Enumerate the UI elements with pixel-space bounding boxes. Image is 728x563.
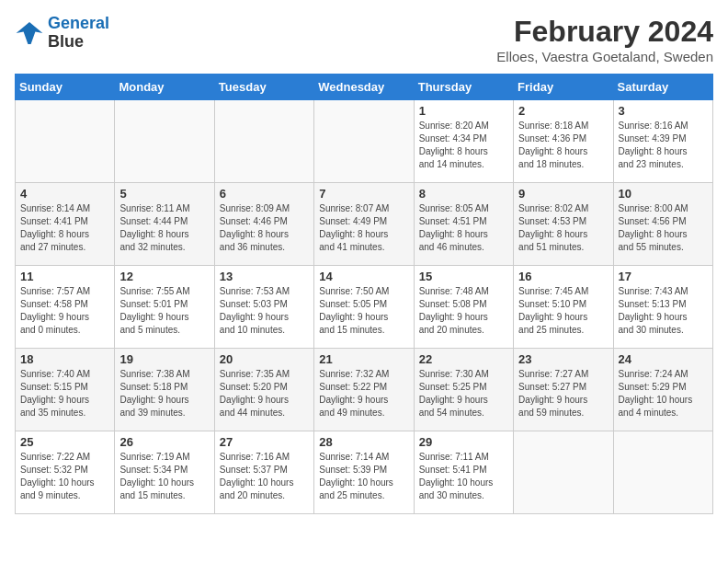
day-number: 13 (220, 270, 309, 283)
day-number: 8 (419, 187, 508, 201)
day-number: 23 (518, 352, 608, 366)
calendar-cell: 2Sunrise: 8:18 AM Sunset: 4:36 PM Daylig… (514, 100, 613, 183)
calendar-cell: 22Sunrise: 7:30 AM Sunset: 5:25 PM Dayli… (414, 349, 513, 431)
weekday-header-thursday: Thursday (414, 75, 513, 100)
calendar-week-3: 11Sunrise: 7:57 AM Sunset: 4:58 PM Dayli… (16, 266, 713, 349)
weekday-header-sunday: Sunday (16, 75, 115, 100)
day-number: 27 (220, 435, 309, 449)
title-block: February 2024 Elloes, Vaestra Goetaland,… (496, 15, 713, 64)
logo-text: GeneralBlue (48, 15, 109, 52)
day-info: Sunrise: 8:02 AM Sunset: 4:53 PM Dayligh… (518, 202, 608, 254)
calendar-cell: 11Sunrise: 7:57 AM Sunset: 4:58 PM Dayli… (16, 266, 115, 349)
day-info: Sunrise: 8:00 AM Sunset: 4:56 PM Dayligh… (619, 202, 708, 254)
day-info: Sunrise: 8:11 AM Sunset: 4:44 PM Dayligh… (119, 202, 209, 254)
calendar-header: SundayMondayTuesdayWednesdayThursdayFrid… (16, 75, 713, 100)
day-number: 2 (518, 104, 608, 118)
page-header: GeneralBlue February 2024 Elloes, Vaestr… (15, 15, 713, 64)
day-info: Sunrise: 7:19 AM Sunset: 5:34 PM Dayligh… (119, 451, 209, 502)
day-info: Sunrise: 8:07 AM Sunset: 4:49 PM Dayligh… (319, 202, 408, 254)
day-info: Sunrise: 8:09 AM Sunset: 4:46 PM Dayligh… (220, 202, 309, 254)
calendar-cell: 26Sunrise: 7:19 AM Sunset: 5:34 PM Dayli… (115, 431, 214, 514)
day-info: Sunrise: 7:48 AM Sunset: 5:08 PM Dayligh… (419, 285, 508, 337)
location-subtitle: Elloes, Vaestra Goetaland, Sweden (496, 49, 713, 64)
day-info: Sunrise: 7:50 AM Sunset: 5:05 PM Dayligh… (319, 285, 408, 337)
weekday-header-monday: Monday (115, 75, 214, 100)
day-info: Sunrise: 7:24 AM Sunset: 5:29 PM Dayligh… (619, 368, 708, 419)
calendar-cell (514, 431, 613, 514)
calendar-cell: 7Sunrise: 8:07 AM Sunset: 4:49 PM Daylig… (314, 183, 414, 266)
day-number: 16 (518, 270, 608, 283)
day-number: 19 (119, 352, 209, 366)
calendar-cell: 9Sunrise: 8:02 AM Sunset: 4:53 PM Daylig… (514, 183, 613, 266)
day-info: Sunrise: 7:27 AM Sunset: 5:27 PM Dayligh… (518, 368, 608, 419)
day-info: Sunrise: 8:05 AM Sunset: 4:51 PM Dayligh… (419, 202, 508, 254)
day-info: Sunrise: 8:18 AM Sunset: 4:36 PM Dayligh… (518, 120, 608, 171)
day-number: 12 (119, 270, 209, 283)
month-title: February 2024 (496, 15, 713, 49)
day-number: 1 (419, 104, 508, 118)
day-info: Sunrise: 7:35 AM Sunset: 5:20 PM Dayligh… (220, 368, 309, 419)
day-info: Sunrise: 7:38 AM Sunset: 5:18 PM Dayligh… (119, 368, 209, 419)
calendar-cell (214, 100, 313, 183)
weekday-header-saturday: Saturday (613, 75, 712, 100)
calendar-cell: 5Sunrise: 8:11 AM Sunset: 4:44 PM Daylig… (115, 183, 214, 266)
calendar-cell: 29Sunrise: 7:11 AM Sunset: 5:41 PM Dayli… (414, 431, 513, 514)
day-number: 17 (619, 270, 708, 283)
day-info: Sunrise: 7:30 AM Sunset: 5:25 PM Dayligh… (419, 368, 508, 419)
day-info: Sunrise: 7:40 AM Sunset: 5:15 PM Dayligh… (20, 368, 109, 419)
calendar-cell: 23Sunrise: 7:27 AM Sunset: 5:27 PM Dayli… (514, 349, 613, 431)
logo: GeneralBlue (15, 15, 109, 52)
weekday-header-wednesday: Wednesday (314, 75, 414, 100)
calendar-cell (115, 100, 214, 183)
weekday-header-friday: Friday (514, 75, 613, 100)
day-number: 22 (419, 352, 508, 366)
day-info: Sunrise: 7:57 AM Sunset: 4:58 PM Dayligh… (20, 285, 109, 337)
day-info: Sunrise: 8:16 AM Sunset: 4:39 PM Dayligh… (619, 120, 708, 171)
day-info: Sunrise: 7:14 AM Sunset: 5:39 PM Dayligh… (319, 451, 408, 502)
calendar-cell: 4Sunrise: 8:14 AM Sunset: 4:41 PM Daylig… (16, 183, 115, 266)
day-number: 9 (518, 187, 608, 201)
day-info: Sunrise: 7:16 AM Sunset: 5:37 PM Dayligh… (220, 451, 309, 502)
day-info: Sunrise: 7:53 AM Sunset: 5:03 PM Dayligh… (220, 285, 309, 337)
calendar-cell: 1Sunrise: 8:20 AM Sunset: 4:34 PM Daylig… (414, 100, 513, 183)
calendar-cell: 10Sunrise: 8:00 AM Sunset: 4:56 PM Dayli… (613, 183, 712, 266)
calendar-cell (16, 100, 115, 183)
calendar-cell: 8Sunrise: 8:05 AM Sunset: 4:51 PM Daylig… (414, 183, 513, 266)
calendar-cell: 19Sunrise: 7:38 AM Sunset: 5:18 PM Dayli… (115, 349, 214, 431)
calendar-cell: 6Sunrise: 8:09 AM Sunset: 4:46 PM Daylig… (214, 183, 313, 266)
day-info: Sunrise: 7:55 AM Sunset: 5:01 PM Dayligh… (119, 285, 209, 337)
day-info: Sunrise: 7:32 AM Sunset: 5:22 PM Dayligh… (319, 368, 408, 419)
day-info: Sunrise: 8:14 AM Sunset: 4:41 PM Dayligh… (20, 202, 109, 254)
calendar-table: SundayMondayTuesdayWednesdayThursdayFrid… (15, 74, 713, 514)
day-number: 20 (220, 352, 309, 366)
day-number: 14 (319, 270, 408, 283)
day-number: 11 (20, 270, 109, 283)
calendar-week-1: 1Sunrise: 8:20 AM Sunset: 4:34 PM Daylig… (16, 100, 713, 183)
calendar-cell: 13Sunrise: 7:53 AM Sunset: 5:03 PM Dayli… (214, 266, 313, 349)
calendar-cell (314, 100, 414, 183)
day-number: 15 (419, 270, 508, 283)
calendar-week-2: 4Sunrise: 8:14 AM Sunset: 4:41 PM Daylig… (16, 183, 713, 266)
day-number: 10 (619, 187, 708, 201)
day-number: 18 (20, 352, 109, 366)
day-number: 26 (119, 435, 209, 449)
calendar-week-4: 18Sunrise: 7:40 AM Sunset: 5:15 PM Dayli… (16, 349, 713, 431)
calendar-cell (613, 431, 712, 514)
day-info: Sunrise: 7:11 AM Sunset: 5:41 PM Dayligh… (419, 451, 508, 502)
day-number: 21 (319, 352, 408, 366)
day-number: 4 (20, 187, 109, 201)
weekday-header-tuesday: Tuesday (214, 75, 313, 100)
day-number: 29 (419, 435, 508, 449)
day-number: 28 (319, 435, 408, 449)
day-number: 5 (119, 187, 209, 201)
day-number: 24 (619, 352, 708, 366)
calendar-cell: 17Sunrise: 7:43 AM Sunset: 5:13 PM Dayli… (613, 266, 712, 349)
day-info: Sunrise: 7:22 AM Sunset: 5:32 PM Dayligh… (20, 451, 109, 502)
day-number: 3 (619, 104, 708, 118)
calendar-cell: 12Sunrise: 7:55 AM Sunset: 5:01 PM Dayli… (115, 266, 214, 349)
calendar-cell: 28Sunrise: 7:14 AM Sunset: 5:39 PM Dayli… (314, 431, 414, 514)
calendar-cell: 3Sunrise: 8:16 AM Sunset: 4:39 PM Daylig… (613, 100, 712, 183)
calendar-cell: 20Sunrise: 7:35 AM Sunset: 5:20 PM Dayli… (214, 349, 313, 431)
calendar-cell: 14Sunrise: 7:50 AM Sunset: 5:05 PM Dayli… (314, 266, 414, 349)
day-info: Sunrise: 7:43 AM Sunset: 5:13 PM Dayligh… (619, 285, 708, 337)
